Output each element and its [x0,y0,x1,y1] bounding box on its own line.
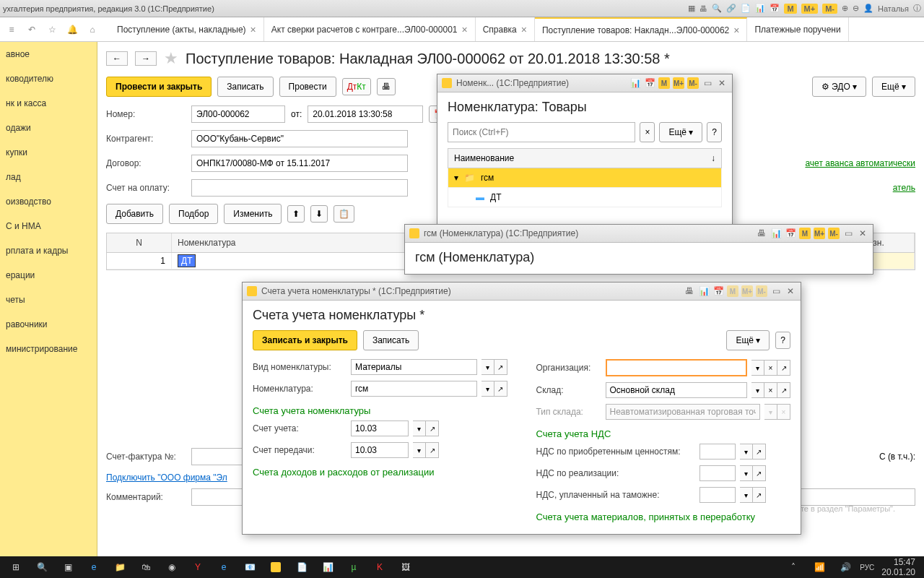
search-button[interactable]: 🔍 [30,558,53,576]
organization-input[interactable] [606,359,748,376]
ie-icon[interactable]: e [212,558,235,576]
advance-link[interactable]: ачет аванса автоматически [805,158,915,168]
sidebar-item-assets[interactable]: С и НМА [0,214,97,238]
dropdown-icon[interactable]: ▾ [481,359,494,375]
save-close-button[interactable]: Записать и закрыть [253,330,357,350]
calendar-icon[interactable]: 📅 [644,77,655,89]
open-icon[interactable]: ↗ [777,360,790,376]
select-button[interactable]: Подбор [169,204,218,224]
move-up-button[interactable]: ⬆ [287,205,305,223]
m-plus-button[interactable]: M+ [673,77,684,89]
calc-icon[interactable]: 📊 [629,77,641,89]
counterparty-input[interactable] [191,130,408,147]
close-icon[interactable]: ✕ [857,228,868,239]
close-icon[interactable]: × [733,25,739,36]
supplier-link[interactable]: атель [893,183,915,193]
move-down-button[interactable]: ⬇ [310,205,328,223]
save-button[interactable]: Записать [363,330,419,350]
sidebar-item-main[interactable]: авное [0,42,97,66]
type-input[interactable] [351,359,477,375]
sidebar-item-production[interactable]: оизводство [0,189,97,214]
open-icon[interactable]: ↗ [753,444,766,460]
calendar-icon[interactable]: 📅 [712,285,724,297]
app-icon[interactable]: 📄 [290,558,313,576]
bell-icon[interactable]: 🔔 [64,21,81,38]
sidebar-item-manager[interactable]: ководителю [0,66,97,91]
store-icon[interactable]: 🛍 [134,558,157,576]
calc-icon[interactable]: 📊 [770,228,782,239]
list-header[interactable]: Наименование ↓ [448,148,722,168]
calc-icon[interactable]: 📊 [316,558,339,576]
m-button[interactable]: M [658,77,670,89]
tab-payment-orders[interactable]: Платежные поручени [747,17,848,41]
invoice-input[interactable] [191,179,408,197]
clear-icon[interactable]: × [764,360,777,376]
tab-help[interactable]: Справка× [476,17,535,41]
sidebar-item-payroll[interactable]: рплата и кадры [0,238,97,263]
tab-receipts[interactable]: Поступление (акты, накладные)× [110,17,264,41]
m-minus-button[interactable]: M- [687,77,699,89]
vat-real-input[interactable] [699,465,736,481]
search-icon[interactable]: 🔍 [712,4,722,13]
vat-acq-input[interactable] [699,444,736,460]
sort-icon[interactable]: ↓ [711,153,715,163]
print-icon[interactable]: 🖶 [684,285,695,297]
open-icon[interactable]: ↗ [777,382,790,398]
open-icon[interactable]: ↗ [426,420,439,436]
m-button[interactable]: M [799,228,811,239]
open-icon[interactable]: ↗ [494,359,507,375]
sidebar-item-warehouse[interactable]: лад [0,165,97,189]
calc-icon[interactable]: 📊 [755,4,765,13]
nav-forward-button[interactable]: → [135,51,157,66]
edit-button[interactable]: Изменить [224,204,282,224]
connect-link[interactable]: Подключить "ООО фирма "Эл [106,473,227,483]
favorite-icon[interactable]: ★ [164,49,178,68]
sidebar-item-reports[interactable]: четы [0,288,97,312]
minimize-icon[interactable]: ▭ [770,285,782,297]
grid-icon[interactable]: ▦ [688,4,695,13]
close-icon[interactable]: ✕ [716,77,728,89]
sidebar-item-bank[interactable]: нк и касса [0,91,97,116]
collapse-icon[interactable]: ▾ [454,173,458,183]
print-icon[interactable]: 🖶 [756,228,767,239]
taskview-button[interactable]: ▣ [56,558,79,576]
help-button[interactable]: ? [775,332,790,349]
tray-up-icon[interactable]: ˄ [782,558,805,576]
back-icon[interactable]: ↶ [23,21,40,38]
info-icon[interactable]: ⓘ [913,3,921,14]
date-input[interactable] [308,105,423,123]
dropdown-icon[interactable]: ▾ [751,382,764,398]
tab-goods-receipt[interactable]: Поступление товаров: Накладн...ЭЛ00-0000… [535,17,748,41]
contract-input[interactable] [191,155,408,172]
kaspersky-icon[interactable]: K [368,558,391,576]
vat-cust-input[interactable] [699,487,736,503]
open-icon[interactable]: ↗ [753,487,766,503]
edge-icon[interactable]: e [82,558,105,576]
more-button[interactable]: Ещё ▾ [872,77,915,97]
calendar-icon[interactable]: 📅 [770,4,780,13]
sidebar-item-admin[interactable]: министрирование [0,337,97,361]
more-button[interactable]: Ещё ▾ [726,330,770,350]
network-icon[interactable]: 📶 [808,558,831,576]
1c-icon[interactable] [264,558,287,576]
explorer-icon[interactable]: 📁 [108,558,131,576]
user-icon[interactable]: 👤 [863,4,873,13]
link-icon[interactable]: 🔗 [726,4,736,13]
list-item[interactable]: ▾ 📁 гсм [448,168,722,188]
doc-icon[interactable]: 📄 [741,4,751,13]
dt-kt-button[interactable]: ДтКт [342,78,371,95]
more-button[interactable]: Ещё ▾ [659,122,702,142]
start-button[interactable]: ⊞ [4,558,27,576]
save-button[interactable]: Записать [217,77,273,97]
dropdown-icon[interactable]: ▾ [740,444,753,460]
open-icon[interactable]: ↗ [753,465,766,481]
menu-icon[interactable]: ≡ [3,21,20,38]
calendar-icon[interactable]: 📅 [785,228,796,239]
close-icon[interactable]: × [250,24,256,35]
m-minus-button[interactable]: M- [828,228,840,239]
nomenclature-input[interactable] [351,381,477,397]
search-input[interactable] [448,122,635,142]
account-input[interactable] [351,420,409,436]
open-icon[interactable]: ↗ [494,381,507,397]
yandex-icon[interactable]: Y [186,558,209,576]
